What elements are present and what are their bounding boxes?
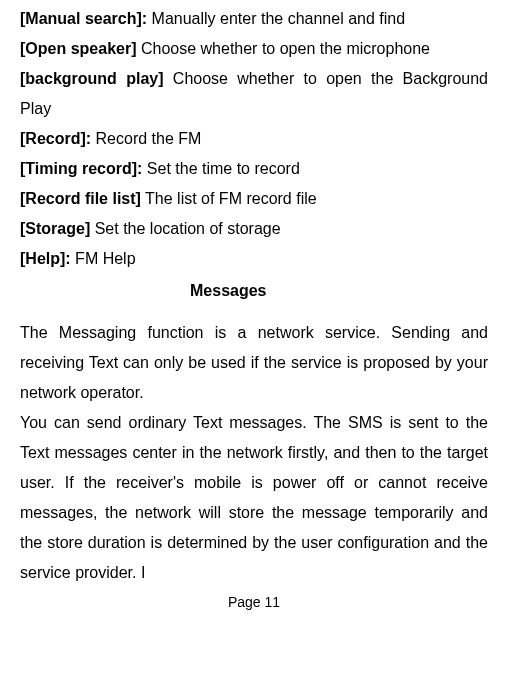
definition-row: [Help]: FM Help — [20, 244, 488, 274]
definition-label: [Help]: — [20, 250, 71, 267]
definition-desc: Set the time to record — [142, 160, 299, 177]
definition-label: [Record]: — [20, 130, 91, 147]
definition-row: [Manual search]: Manually enter the chan… — [20, 4, 488, 34]
body-paragraph: The Messaging function is a network serv… — [20, 318, 488, 408]
definition-desc: Choose whether to open the microphone — [136, 40, 430, 57]
definition-desc: FM Help — [71, 250, 136, 267]
definition-row: [Timing record]: Set the time to record — [20, 154, 488, 184]
definition-row: [Storage] Set the location of storage — [20, 214, 488, 244]
definition-label: [Manual search]: — [20, 10, 147, 27]
definition-label: [Timing record]: — [20, 160, 142, 177]
definition-label: [Storage] — [20, 220, 90, 237]
definition-desc: Manually enter the channel and find — [147, 10, 405, 27]
definition-label: [Open speaker] — [20, 40, 136, 57]
definition-row: [Open speaker] Choose whether to open th… — [20, 34, 488, 64]
definition-label: [background play] — [20, 70, 164, 87]
definition-row: [background play] Choose whether to open… — [20, 64, 488, 124]
section-heading-text: Messages — [80, 276, 428, 306]
definition-desc: The list of FM record file — [141, 190, 317, 207]
section-heading: Messages — [20, 276, 488, 306]
definition-row: [Record]: Record the FM — [20, 124, 488, 154]
definition-desc: Set the location of storage — [90, 220, 280, 237]
definition-row: [Record file list] The list of FM record… — [20, 184, 488, 214]
definition-label: [Record file list] — [20, 190, 141, 207]
definition-desc: Record the FM — [91, 130, 201, 147]
body-paragraph: You can send ordinary Text messages. The… — [20, 408, 488, 588]
page-footer: Page 11 — [20, 594, 488, 610]
document-page: [Manual search]: Manually enter the chan… — [0, 0, 508, 687]
